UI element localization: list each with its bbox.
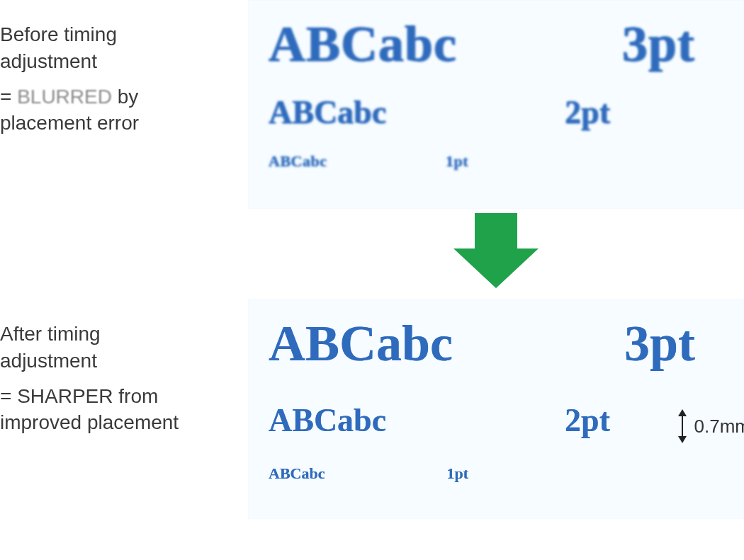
before-caption-line1: Before timing: [0, 21, 248, 48]
after-sample-line-1pt: ABCabc 1pt: [269, 464, 723, 483]
before-sample-line-1pt: ABCabc 1pt: [269, 152, 723, 171]
after-sample-line-2pt: ABCabc 2pt: [269, 401, 723, 439]
before-sample-line-3pt: ABCabc 3pt: [269, 15, 723, 74]
down-arrow-icon: [453, 213, 539, 290]
before-caption-line2: adjustment: [0, 48, 248, 75]
measurement-label: 0.7mm: [694, 416, 744, 438]
after-caption-line2: adjustment: [0, 348, 248, 375]
before-sample-panel: ABCabc 3pt ABCabc 2pt ABCabc 1pt: [248, 0, 744, 209]
after-caption: After timing adjustment = SHARPER from i…: [0, 299, 248, 436]
svg-marker-1: [678, 409, 687, 416]
svg-marker-2: [678, 436, 687, 443]
height-measurement: 0.7mm: [676, 409, 744, 443]
before-caption: Before timing adjustment = BLURRED by pl…: [0, 0, 248, 137]
blurred-word: BLURRED: [17, 86, 112, 108]
before-result-line2: placement error: [0, 110, 248, 137]
after-sample-line-3pt: ABCabc 3pt: [269, 314, 723, 373]
before-result-line1: = BLURRED by: [0, 84, 248, 110]
double-headed-arrow-icon: [676, 409, 689, 443]
after-result-line1: = SHARPER from: [0, 383, 248, 410]
before-sample-line-2pt: ABCabc 2pt: [269, 93, 723, 131]
after-sample-panel: ABCabc 3pt ABCabc 2pt ABCabc 1pt: [248, 299, 744, 519]
after-caption-line1: After timing: [0, 321, 248, 348]
sharper-word: SHARPER: [17, 385, 113, 407]
after-result-line2: improved placement: [0, 409, 248, 436]
